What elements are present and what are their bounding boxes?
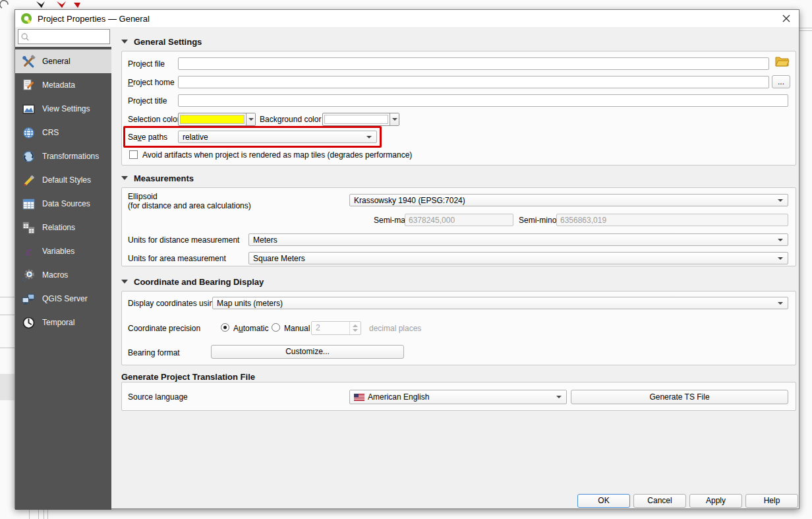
- project-home-input[interactable]: [178, 76, 769, 88]
- sidebar-item-general[interactable]: General: [15, 49, 111, 73]
- section-title: Coordinate and Bearing Display: [134, 277, 264, 287]
- project-file-label: Project file: [128, 58, 165, 70]
- sidebar-item-metadata[interactable]: Metadata: [15, 73, 111, 97]
- sidebar-item-label: General: [42, 57, 71, 66]
- project-file-input[interactable]: [178, 57, 769, 70]
- selection-color-swatch: [180, 115, 245, 124]
- semi-minor-input: [556, 214, 788, 226]
- search-input[interactable]: [30, 32, 107, 42]
- manual-label[interactable]: Manual: [284, 322, 310, 334]
- distance-units-label: Units for distance measurement: [128, 234, 239, 246]
- generate-ts-file-button[interactable]: Generate TS File: [571, 390, 788, 404]
- general-icon: [20, 54, 36, 69]
- dialog-titlebar[interactable]: Project Properties — General: [15, 10, 799, 27]
- ellipsoid-label-line1: Ellipsoid: [128, 192, 158, 201]
- sidebar-item-macros[interactable]: Macros: [15, 263, 111, 287]
- translation-header: Generate Project Translation File: [121, 371, 255, 382]
- crs-globe-icon: [20, 125, 36, 140]
- variables-epsilon-icon: ε: [20, 244, 36, 259]
- general-settings-frame: Project file Project home ... Project ti…: [121, 51, 796, 166]
- customize-button[interactable]: Customize...: [211, 345, 404, 359]
- automatic-radio[interactable]: [221, 323, 229, 332]
- chevron-down-icon: [778, 302, 783, 305]
- background-color-button[interactable]: [322, 113, 399, 126]
- project-home-label: Project home: [128, 76, 175, 88]
- sidebar-item-view-settings[interactable]: View Settings: [15, 97, 111, 121]
- background-left-line: [0, 348, 14, 348]
- sidebar-item-qgis-server[interactable]: QGIS Server: [15, 287, 111, 311]
- search-icon: [20, 32, 30, 42]
- chevron-down-icon: [778, 199, 783, 202]
- save-paths-combobox[interactable]: relative: [178, 131, 377, 143]
- chevron-down-icon: [556, 396, 562, 398]
- relations-icon: [20, 220, 36, 235]
- sidebar-item-crs[interactable]: CRS: [15, 121, 111, 144]
- sidebar-item-label: Transformations: [42, 152, 99, 161]
- background-bottom-line: [47, 509, 48, 519]
- sidebar-item-temporal[interactable]: Temporal: [15, 311, 111, 334]
- sidebar-item-variables[interactable]: ε Variables: [15, 239, 111, 263]
- apply-button[interactable]: Apply: [689, 494, 742, 508]
- view-settings-icon: [20, 102, 36, 116]
- ellipsoid-combobox[interactable]: Krassowsky 1940 (EPSG:7024): [349, 194, 788, 206]
- distance-units-combobox[interactable]: Meters: [248, 233, 788, 246]
- automatic-label[interactable]: Automatic: [233, 322, 268, 334]
- background-color-dropdown[interactable]: [390, 113, 399, 125]
- sidebar-item-label: View Settings: [42, 104, 90, 113]
- help-button[interactable]: Help: [745, 494, 798, 508]
- stepper-arrows: [349, 322, 361, 334]
- area-units-combobox[interactable]: Square Meters: [248, 252, 788, 264]
- project-home-browse-button[interactable]: ...: [772, 75, 790, 88]
- measurements-header[interactable]: Measurements: [121, 173, 194, 183]
- coordinate-display-frame: Display coordinates using Map units (met…: [121, 291, 796, 365]
- translation-frame: Source language American English Generat…: [121, 382, 796, 411]
- background-curve-icon: [0, 1, 8, 8]
- chevron-down-icon: [778, 257, 783, 260]
- sidebar-item-data-sources[interactable]: Data Sources: [15, 192, 111, 216]
- section-title: Generate Project Translation File: [121, 372, 255, 382]
- settings-search-box[interactable]: [18, 29, 110, 44]
- metadata-icon: [20, 78, 36, 92]
- project-file-folder-icon[interactable]: [774, 55, 790, 70]
- selection-color-label: Selection color: [128, 113, 180, 125]
- sidebar-item-label: CRS: [42, 128, 59, 137]
- background-right-line: [799, 28, 812, 28]
- avoid-artifacts-label[interactable]: Avoid artifacts when project is rendered…: [142, 149, 412, 161]
- coordinate-display-header[interactable]: Coordinate and Bearing Display: [121, 276, 264, 287]
- source-language-value: American English: [368, 392, 429, 402]
- sidebar-item-label: QGIS Server: [42, 294, 88, 303]
- source-language-combobox[interactable]: American English: [349, 390, 567, 404]
- chevron-down-icon: [248, 118, 254, 121]
- area-units-label: Units for area measurement: [128, 253, 226, 264]
- measurements-frame: Ellipsoid (for distance and area calcula…: [121, 187, 796, 266]
- selection-color-dropdown[interactable]: [246, 113, 255, 125]
- sidebar-item-transformations[interactable]: Transformations: [15, 144, 111, 168]
- background-bottom-line: [44, 509, 44, 519]
- ellipsoid-value: Krassowsky 1940 (EPSG:7024): [354, 196, 465, 205]
- background-bottom-line: [29, 509, 30, 519]
- close-icon[interactable]: [780, 13, 792, 24]
- decimal-places-stepper: 2: [311, 321, 361, 335]
- qgis-server-icon: [20, 291, 36, 306]
- sidebar-item-relations[interactable]: Relations: [15, 216, 111, 239]
- display-coords-combobox[interactable]: Map units (meters): [212, 297, 788, 309]
- selection-color-button[interactable]: [178, 113, 256, 126]
- ok-button[interactable]: OK: [577, 494, 630, 508]
- cancel-button[interactable]: Cancel: [633, 494, 686, 508]
- distance-units-value: Meters: [253, 235, 277, 245]
- background-black-tool-icon: [36, 1, 45, 8]
- source-language-label: Source language: [128, 391, 188, 403]
- manual-radio[interactable]: [272, 323, 280, 332]
- temporal-clock-icon: [20, 315, 36, 330]
- general-settings-header[interactable]: General Settings: [121, 36, 202, 47]
- project-title-input[interactable]: [178, 94, 788, 107]
- sidebar-item-default-styles[interactable]: Default Styles: [15, 168, 111, 192]
- sidebar-item-label: Temporal: [42, 318, 74, 327]
- background-color-label: Background color: [260, 113, 321, 125]
- collapse-triangle-icon: [121, 40, 128, 44]
- sidebar-item-label: Metadata: [42, 80, 75, 90]
- background-left-line: [0, 297, 14, 297]
- project-title-label: Project title: [128, 95, 167, 107]
- collapse-triangle-icon: [121, 280, 128, 284]
- avoid-artifacts-checkbox[interactable]: [129, 150, 138, 159]
